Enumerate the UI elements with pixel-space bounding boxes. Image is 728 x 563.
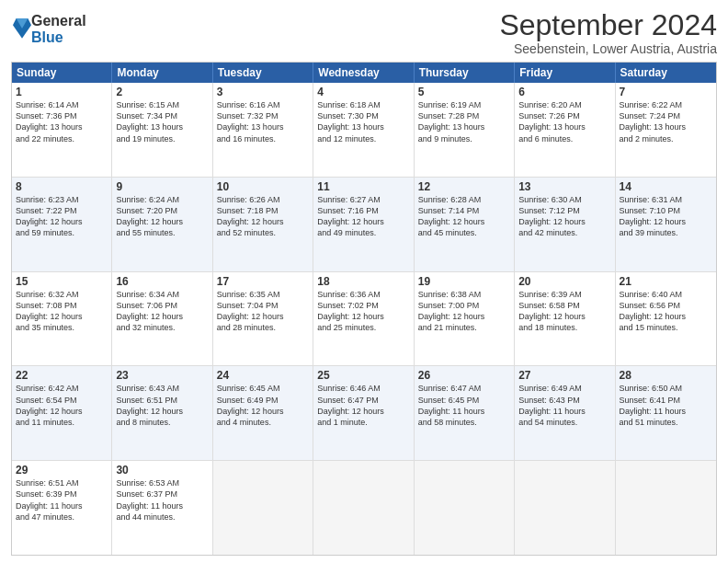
cal-cell — [515, 461, 615, 555]
cal-cell: 26Sunrise: 6:47 AMSunset: 6:45 PMDayligh… — [415, 366, 515, 460]
cal-cell: 3Sunrise: 6:16 AMSunset: 7:32 PMDaylight… — [213, 83, 313, 177]
cell-details: Sunrise: 6:28 AMSunset: 7:14 PMDaylight:… — [418, 194, 510, 239]
header-day-wednesday: Wednesday — [313, 63, 414, 83]
cal-cell: 8Sunrise: 6:23 AMSunset: 7:22 PMDaylight… — [12, 178, 112, 271]
cal-cell: 6Sunrise: 6:20 AMSunset: 7:26 PMDaylight… — [515, 83, 615, 177]
day-number: 22 — [16, 369, 108, 382]
day-number: 15 — [16, 275, 108, 288]
day-number: 27 — [518, 369, 610, 382]
location-title: Seebenstein, Lower Austria, Austria — [499, 41, 717, 56]
cal-cell: 23Sunrise: 6:43 AMSunset: 6:51 PMDayligh… — [112, 366, 212, 460]
cell-details: Sunrise: 6:15 AMSunset: 7:34 PMDaylight:… — [116, 99, 208, 144]
month-title: September 2024 — [499, 9, 717, 41]
cal-cell: 14Sunrise: 6:31 AMSunset: 7:10 PMDayligh… — [616, 178, 716, 271]
cell-details: Sunrise: 6:35 AMSunset: 7:04 PMDaylight:… — [217, 289, 309, 334]
cal-week-2: 8Sunrise: 6:23 AMSunset: 7:22 PMDaylight… — [12, 178, 716, 272]
cal-cell: 16Sunrise: 6:34 AMSunset: 7:06 PMDayligh… — [112, 272, 212, 366]
cal-cell: 15Sunrise: 6:32 AMSunset: 7:08 PMDayligh… — [12, 272, 112, 366]
day-number: 16 — [116, 275, 208, 288]
day-number: 3 — [217, 86, 309, 98]
cell-details: Sunrise: 6:36 AMSunset: 7:02 PMDaylight:… — [317, 289, 409, 334]
cell-details: Sunrise: 6:16 AMSunset: 7:32 PMDaylight:… — [217, 99, 309, 144]
cal-cell: 9Sunrise: 6:24 AMSunset: 7:20 PMDaylight… — [112, 178, 212, 271]
cal-cell: 2Sunrise: 6:15 AMSunset: 7:34 PMDaylight… — [112, 83, 212, 177]
header-day-sunday: Sunday — [12, 63, 112, 83]
day-number: 4 — [317, 86, 409, 98]
cal-cell: 5Sunrise: 6:19 AMSunset: 7:28 PMDaylight… — [415, 83, 515, 177]
cal-cell: 25Sunrise: 6:46 AMSunset: 6:47 PMDayligh… — [313, 366, 414, 460]
cal-cell: 28Sunrise: 6:50 AMSunset: 6:41 PMDayligh… — [616, 366, 716, 460]
day-number: 14 — [620, 180, 712, 193]
cell-details: Sunrise: 6:39 AMSunset: 6:58 PMDaylight:… — [518, 289, 610, 334]
day-number: 17 — [217, 275, 309, 288]
day-number: 29 — [16, 464, 108, 477]
header: General Blue September 2024 Seebenstein,… — [11, 9, 717, 56]
day-number: 18 — [317, 275, 409, 288]
cal-cell: 12Sunrise: 6:28 AMSunset: 7:14 PMDayligh… — [415, 178, 515, 271]
cal-cell: 13Sunrise: 6:30 AMSunset: 7:12 PMDayligh… — [515, 178, 615, 271]
cal-cell: 10Sunrise: 6:26 AMSunset: 7:18 PMDayligh… — [213, 178, 313, 271]
cal-cell: 4Sunrise: 6:18 AMSunset: 7:30 PMDaylight… — [313, 83, 414, 177]
cal-cell — [415, 461, 515, 555]
cell-details: Sunrise: 6:26 AMSunset: 7:18 PMDaylight:… — [217, 194, 309, 239]
cal-week-5: 29Sunrise: 6:51 AMSunset: 6:39 PMDayligh… — [12, 461, 716, 555]
day-number: 25 — [317, 369, 409, 382]
day-number: 24 — [217, 369, 309, 382]
cell-details: Sunrise: 6:23 AMSunset: 7:22 PMDaylight:… — [16, 194, 108, 239]
logo-blue: Blue — [31, 29, 86, 46]
day-number: 6 — [518, 86, 610, 98]
cell-details: Sunrise: 6:47 AMSunset: 6:45 PMDaylight:… — [418, 383, 510, 428]
day-number: 2 — [116, 86, 208, 98]
calendar-header: SundayMondayTuesdayWednesdayThursdayFrid… — [12, 63, 716, 83]
cell-details: Sunrise: 6:32 AMSunset: 7:08 PMDaylight:… — [16, 289, 108, 334]
header-day-thursday: Thursday — [415, 63, 515, 83]
cal-cell: 21Sunrise: 6:40 AMSunset: 6:56 PMDayligh… — [616, 272, 716, 366]
day-number: 23 — [116, 369, 208, 382]
cell-details: Sunrise: 6:19 AMSunset: 7:28 PMDaylight:… — [418, 99, 510, 144]
cal-cell: 30Sunrise: 6:53 AMSunset: 6:37 PMDayligh… — [112, 461, 212, 555]
cal-week-3: 15Sunrise: 6:32 AMSunset: 7:08 PMDayligh… — [12, 272, 716, 367]
cell-details: Sunrise: 6:45 AMSunset: 6:49 PMDaylight:… — [217, 383, 309, 428]
cal-week-1: 1Sunrise: 6:14 AMSunset: 7:36 PMDaylight… — [12, 83, 716, 178]
cell-details: Sunrise: 6:42 AMSunset: 6:54 PMDaylight:… — [16, 383, 108, 428]
cell-details: Sunrise: 6:50 AMSunset: 6:41 PMDaylight:… — [620, 383, 712, 428]
header-day-saturday: Saturday — [616, 63, 716, 83]
cal-cell: 11Sunrise: 6:27 AMSunset: 7:16 PMDayligh… — [313, 178, 414, 271]
header-day-tuesday: Tuesday — [213, 63, 313, 83]
cal-cell: 29Sunrise: 6:51 AMSunset: 6:39 PMDayligh… — [12, 461, 112, 555]
cal-cell: 17Sunrise: 6:35 AMSunset: 7:04 PMDayligh… — [213, 272, 313, 366]
cell-details: Sunrise: 6:22 AMSunset: 7:24 PMDaylight:… — [620, 99, 712, 144]
day-number: 21 — [620, 275, 712, 288]
cal-cell — [313, 461, 414, 555]
cell-details: Sunrise: 6:31 AMSunset: 7:10 PMDaylight:… — [620, 194, 712, 239]
day-number: 20 — [518, 275, 610, 288]
header-day-monday: Monday — [112, 63, 212, 83]
day-number: 28 — [620, 369, 712, 382]
cal-cell: 1Sunrise: 6:14 AMSunset: 7:36 PMDaylight… — [12, 83, 112, 177]
cell-details: Sunrise: 6:18 AMSunset: 7:30 PMDaylight:… — [317, 99, 409, 144]
day-number: 1 — [16, 86, 108, 98]
day-number: 30 — [116, 464, 208, 477]
calendar-body: 1Sunrise: 6:14 AMSunset: 7:36 PMDaylight… — [12, 83, 716, 555]
title-block: September 2024 Seebenstein, Lower Austri… — [499, 9, 717, 56]
cell-details: Sunrise: 6:43 AMSunset: 6:51 PMDaylight:… — [116, 383, 208, 428]
cal-cell: 18Sunrise: 6:36 AMSunset: 7:02 PMDayligh… — [313, 272, 414, 366]
cell-details: Sunrise: 6:53 AMSunset: 6:37 PMDaylight:… — [116, 477, 208, 523]
header-day-friday: Friday — [515, 63, 615, 83]
day-number: 11 — [317, 180, 409, 193]
cal-cell: 27Sunrise: 6:49 AMSunset: 6:43 PMDayligh… — [515, 366, 615, 460]
cell-details: Sunrise: 6:30 AMSunset: 7:12 PMDaylight:… — [518, 194, 610, 239]
day-number: 8 — [16, 180, 108, 193]
day-number: 5 — [418, 86, 510, 98]
cal-cell: 24Sunrise: 6:45 AMSunset: 6:49 PMDayligh… — [213, 366, 313, 460]
cal-cell: 22Sunrise: 6:42 AMSunset: 6:54 PMDayligh… — [12, 366, 112, 460]
cal-cell — [213, 461, 313, 555]
day-number: 9 — [116, 180, 208, 193]
logo: General Blue — [11, 13, 86, 45]
cell-details: Sunrise: 6:40 AMSunset: 6:56 PMDaylight:… — [620, 289, 712, 334]
calendar: SundayMondayTuesdayWednesdayThursdayFrid… — [11, 62, 717, 556]
cell-details: Sunrise: 6:38 AMSunset: 7:00 PMDaylight:… — [418, 289, 510, 334]
cell-details: Sunrise: 6:34 AMSunset: 7:06 PMDaylight:… — [116, 289, 208, 334]
cal-week-4: 22Sunrise: 6:42 AMSunset: 6:54 PMDayligh… — [12, 366, 716, 461]
day-number: 13 — [518, 180, 610, 193]
